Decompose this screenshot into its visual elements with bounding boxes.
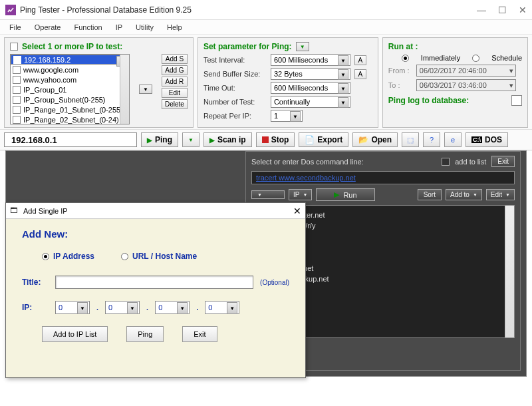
add-to-list-button[interactable]: Add to IP List <box>42 326 108 342</box>
label-to: To : <box>388 81 412 89</box>
title-input[interactable] <box>55 276 253 289</box>
label-radio-url: URL / Host Name <box>132 252 197 261</box>
menu-help[interactable]: Help <box>162 22 188 33</box>
menu-ip[interactable]: IP <box>110 22 128 33</box>
play-icon: ▶ <box>209 136 215 144</box>
radio-url[interactable] <box>121 253 128 260</box>
ip-item-checkbox[interactable] <box>13 96 21 104</box>
repeat-select[interactable]: 1 <box>271 110 303 122</box>
menu-file[interactable]: File <box>4 22 27 33</box>
label-title: Title: <box>22 278 49 287</box>
ip-octet-4[interactable]: 0 <box>205 301 239 314</box>
dos-edit-select[interactable]: Edit <box>486 189 515 200</box>
panel-parameters: Set parameter for Ping: ▼ Test Interval:… <box>198 37 378 128</box>
timeout-select[interactable]: 600 Milliseconds <box>271 82 350 94</box>
ip-octet-2[interactable]: 0 <box>105 301 140 314</box>
ip-item-checkbox[interactable] <box>13 106 21 114</box>
play-icon: ▶ <box>147 136 152 144</box>
label-timeout: Time Out: <box>203 84 267 92</box>
delete-button[interactable]: Delete <box>162 99 188 109</box>
stop-icon <box>262 136 269 143</box>
add-s-button[interactable]: Add S <box>162 54 188 64</box>
dos-sort-button[interactable]: Sort <box>418 189 442 200</box>
scrollbar[interactable] <box>505 206 514 337</box>
to-datetime[interactable]: 06/03/2017 03:46:00 <box>416 79 516 91</box>
dblog-checkbox[interactable] <box>511 95 522 106</box>
window-titlebar: Ping Tester - Professional Database Edit… <box>0 0 532 20</box>
dos-command-input[interactable]: tracert www.secondbackup.net <box>251 171 515 184</box>
label-repeat: Repeat Per IP: <box>203 112 267 120</box>
modal-exit-button[interactable]: Exit <box>182 326 217 342</box>
app-icon <box>5 5 16 15</box>
ip-list[interactable]: 192.168.159.2 www.google.com www.yahoo.c… <box>10 54 130 124</box>
add-r-button[interactable]: Add R <box>162 77 188 87</box>
ip-octet-1[interactable]: 0 <box>55 301 90 314</box>
ip-list-item: 192.168.159.2 <box>11 55 129 65</box>
radio-schedule[interactable] <box>472 55 479 62</box>
ip-item-checkbox[interactable] <box>13 86 21 94</box>
add-single-ip-dialog: 🗔 Add Single IP ✕ Add New: IP Address UR… <box>5 202 306 378</box>
add-g-button[interactable]: Add G <box>162 65 188 75</box>
label-ip: IP: <box>22 303 49 312</box>
radio-ip-address[interactable] <box>42 253 49 260</box>
close-icon[interactable]: ✕ <box>519 5 527 15</box>
ping-dropdown[interactable]: ▼ <box>182 132 200 147</box>
minimize-icon[interactable]: — <box>477 5 486 15</box>
ip-list-item: IP_Range_01_Subnet_(0-255) <box>11 104 129 114</box>
dos-addto-select[interactable]: Add to <box>446 189 482 200</box>
scan-button[interactable]: ▶Scan ip <box>203 132 252 147</box>
help-icon[interactable]: ? <box>423 132 440 147</box>
edit-button[interactable]: Edit <box>162 88 188 98</box>
menu-operate[interactable]: Operate <box>29 22 66 33</box>
stop-button[interactable]: Stop <box>256 132 295 147</box>
dialog-icon: 🗔 <box>10 206 19 216</box>
dos-run-button[interactable]: ▶Run <box>316 188 374 201</box>
ping-button[interactable]: ▶Ping <box>141 132 178 147</box>
dropdown-icon[interactable]: ▼ <box>296 42 309 51</box>
buffer-a-button[interactable]: A <box>354 69 366 79</box>
maximize-icon[interactable]: ☐ <box>498 5 507 15</box>
interval-select[interactable]: 600 Milliseconds <box>271 54 350 66</box>
export-button[interactable]: 📄Export <box>299 132 348 147</box>
label-radio-ip: IP Address <box>53 252 94 261</box>
dropdown-icon[interactable]: ▼ <box>139 85 152 94</box>
ie-icon[interactable]: e <box>444 132 462 147</box>
label-immediately: Immediately <box>421 54 460 62</box>
dos-exit-button[interactable]: Exit <box>491 156 515 167</box>
buffer-select[interactable]: 32 Bytes <box>271 68 350 80</box>
ip-item-checkbox[interactable] <box>13 76 21 84</box>
label-buffer: Send Buffer Size: <box>203 70 267 78</box>
ip-octet-3[interactable]: 0 <box>155 301 190 314</box>
label-optional: (Optional) <box>260 279 289 286</box>
panel-run-header: Run at : <box>388 42 418 51</box>
interval-a-button[interactable]: A <box>354 55 366 65</box>
terminal-icon: C:\ <box>471 136 482 143</box>
dos-button[interactable]: C:\DOS <box>466 132 508 147</box>
ip-item-checkbox[interactable] <box>13 66 21 74</box>
scrollbar[interactable] <box>120 55 129 124</box>
numtest-select[interactable]: Continually <box>271 96 350 108</box>
modal-ping-button[interactable]: Ping <box>126 326 164 342</box>
select-all-checkbox[interactable] <box>10 43 18 51</box>
menu-function[interactable]: Function <box>68 22 107 33</box>
dos-prompt-label: Select or enter Dos command line: <box>251 158 364 166</box>
addlist-checkbox[interactable] <box>442 158 450 166</box>
dos-ip-select[interactable]: IP <box>289 189 312 200</box>
main-toolbar: 192.168.0.1 ▶Ping ▼ ▶Scan ip Stop 📄Expor… <box>0 129 532 150</box>
radio-immediately[interactable] <box>402 55 409 62</box>
ip-list-item: IP_Group_Subnet(0-255) <box>11 95 129 104</box>
open-button[interactable]: 📂Open <box>352 132 398 147</box>
ip-list-item: IP_Group_01 <box>11 85 129 95</box>
ip-input[interactable]: 192.168.0.1 <box>4 132 137 147</box>
folder-icon: 📂 <box>358 135 368 144</box>
tool-icon-1[interactable]: ⬚ <box>402 132 419 147</box>
dos-sel-1[interactable] <box>251 190 285 199</box>
ip-list-item: IP_Range_02_Subnet_(0-24) <box>11 114 129 124</box>
from-datetime[interactable]: 06/02/2017 20:46:00 <box>416 65 516 77</box>
menu-utility[interactable]: Utility <box>130 22 159 33</box>
ip-item-checkbox[interactable] <box>13 116 21 124</box>
ip-item-checkbox[interactable] <box>13 56 21 64</box>
dialog-close-icon[interactable]: ✕ <box>293 206 301 216</box>
panel-ip-header: Select 1 or more IP to test: <box>22 42 122 51</box>
dialog-title: Add Single IP <box>23 207 293 215</box>
